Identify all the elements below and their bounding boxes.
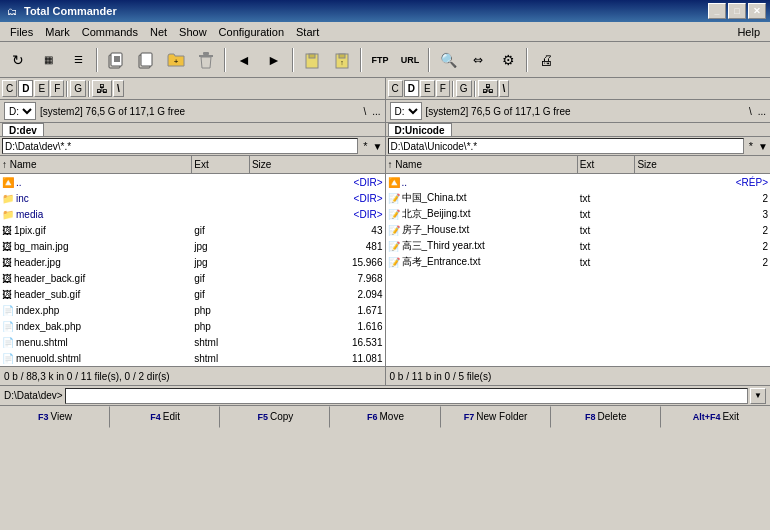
- left-path-input[interactable]: [2, 138, 358, 154]
- file-name-cell: 🖼header.jpg: [0, 257, 192, 268]
- fkey-f5[interactable]: F5 Copy: [220, 406, 330, 428]
- list-item[interactable]: 🔼..<RÉP>: [386, 174, 771, 190]
- file-size-cell: <RÉP>: [635, 177, 770, 188]
- right-path-input[interactable]: [388, 138, 744, 154]
- file-ext-cell: txt: [578, 209, 636, 220]
- menu-commands[interactable]: Commands: [76, 24, 144, 40]
- right-path-arrow[interactable]: ▼: [758, 141, 768, 152]
- menu-mark[interactable]: Mark: [39, 24, 75, 40]
- file-name: ..: [16, 177, 22, 188]
- fkey-f7[interactable]: F7 New Folder: [441, 406, 551, 428]
- list-item[interactable]: 📝中国_China.txttxt2: [386, 190, 771, 206]
- right-drive-dropdown[interactable]: D:: [390, 102, 422, 120]
- list-item[interactable]: 📝高三_Third year.txttxt2: [386, 238, 771, 254]
- menu-files[interactable]: Files: [4, 24, 39, 40]
- left-path-arrow[interactable]: ▼: [373, 141, 383, 152]
- right-drive-d[interactable]: D: [404, 80, 419, 97]
- left-col-size[interactable]: Size: [250, 156, 385, 173]
- list-item[interactable]: 📄index_bak.phpphp1.616: [0, 318, 385, 334]
- left-drive-e[interactable]: E: [34, 80, 49, 97]
- list-item[interactable]: 📝房子_House.txttxt2: [386, 222, 771, 238]
- detail-view-button[interactable]: ☰: [64, 46, 92, 74]
- file-name-cell: 🖼1pix.gif: [0, 225, 192, 236]
- list-item[interactable]: 🔼..<DIR>: [0, 174, 385, 190]
- sync-button[interactable]: ⇔: [464, 46, 492, 74]
- left-drive-backslash[interactable]: \: [113, 80, 124, 97]
- minimize-button[interactable]: _: [708, 3, 726, 19]
- left-drive-network[interactable]: 🖧: [92, 80, 112, 97]
- close-button[interactable]: ✕: [748, 3, 766, 19]
- left-path-bar: * ▼: [0, 136, 386, 156]
- left-drive-d[interactable]: D: [18, 80, 33, 97]
- right-col-size[interactable]: Size: [635, 156, 770, 173]
- list-item[interactable]: 📄index.phpphp1.671: [0, 302, 385, 318]
- fkey-f8[interactable]: F8 Delete: [551, 406, 661, 428]
- right-drive-network[interactable]: 🖧: [478, 80, 498, 97]
- left-col-name[interactable]: ↑ Name: [0, 156, 192, 173]
- forward-button[interactable]: ►: [260, 46, 288, 74]
- menu-start[interactable]: Start: [290, 24, 325, 40]
- menu-net[interactable]: Net: [144, 24, 173, 40]
- right-file-list[interactable]: 🔼..<RÉP>📝中国_China.txttxt2📝北京_Beijing.txt…: [386, 174, 771, 366]
- left-file-list[interactable]: 🔼..<DIR>📁inc<DIR>📁media<DIR>🖼1pix.gifgif…: [0, 174, 385, 366]
- fkey-altf4[interactable]: Alt+F4 Exit: [661, 406, 770, 428]
- file-size-cell: 2: [635, 193, 770, 204]
- find-button[interactable]: 🔍: [434, 46, 462, 74]
- menu-configuration[interactable]: Configuration: [213, 24, 290, 40]
- file-size-cell: 16.531: [250, 337, 385, 348]
- fkey-f6[interactable]: F6 Move: [330, 406, 440, 428]
- list-item[interactable]: 🖼1pix.gifgif43: [0, 222, 385, 238]
- list-item[interactable]: 📄menuold.shtmlshtml11.081: [0, 350, 385, 366]
- fkey-f4[interactable]: F4 Edit: [110, 406, 220, 428]
- right-drive-c[interactable]: C: [388, 80, 403, 97]
- left-drive-f[interactable]: F: [50, 80, 64, 97]
- left-path-asterisk[interactable]: *: [360, 140, 370, 152]
- refresh-button[interactable]: ↻: [4, 46, 32, 74]
- left-col-ext[interactable]: Ext: [192, 156, 250, 173]
- list-item[interactable]: 🖼header.jpgjpg15.966: [0, 254, 385, 270]
- fkey-f3[interactable]: F3 View: [0, 406, 110, 428]
- menu-show[interactable]: Show: [173, 24, 213, 40]
- url-button[interactable]: URL: [396, 46, 424, 74]
- list-item[interactable]: 🖼header_back.gifgif7.968: [0, 270, 385, 286]
- pack-button[interactable]: [298, 46, 326, 74]
- menu-help[interactable]: Help: [731, 24, 766, 40]
- list-item[interactable]: 🖼header_sub.gifgif2.094: [0, 286, 385, 302]
- right-drive-g[interactable]: G: [456, 80, 472, 97]
- new-folder-button[interactable]: +: [162, 46, 190, 74]
- copy-to-button[interactable]: [102, 46, 130, 74]
- status-bars: 0 b / 88,3 k in 0 / 11 file(s), 0 / 2 di…: [0, 366, 770, 385]
- ftp-button[interactable]: FTP: [366, 46, 394, 74]
- cmd-input[interactable]: [65, 388, 748, 404]
- list-item[interactable]: 📄menu.shtmlshtml16.531: [0, 334, 385, 350]
- left-drive-dropdown[interactable]: D:: [4, 102, 36, 120]
- file-size-cell: 3: [635, 209, 770, 220]
- left-drive-c[interactable]: C: [2, 80, 17, 97]
- right-tab-unicode[interactable]: D:Unicode: [388, 123, 452, 136]
- move-to-button[interactable]: [132, 46, 160, 74]
- print-button[interactable]: 🖨: [532, 46, 560, 74]
- delete-button[interactable]: [192, 46, 220, 74]
- maximize-button[interactable]: □: [728, 3, 746, 19]
- list-item[interactable]: 📝北京_Beijing.txttxt3: [386, 206, 771, 222]
- left-tab-dev[interactable]: D:dev: [2, 123, 44, 136]
- cmd-arrow-button[interactable]: ▼: [750, 388, 766, 404]
- right-path-asterisk[interactable]: *: [746, 140, 756, 152]
- file-icon: 📁: [2, 209, 14, 220]
- file-name: header_sub.gif: [14, 289, 80, 300]
- list-item[interactable]: 📝高考_Entrance.txttxt2: [386, 254, 771, 270]
- left-drive-g[interactable]: G: [70, 80, 86, 97]
- right-col-name[interactable]: ↑ Name: [386, 156, 578, 173]
- right-drive-e[interactable]: E: [420, 80, 435, 97]
- list-item[interactable]: 📁inc<DIR>: [0, 190, 385, 206]
- right-drive-f[interactable]: F: [436, 80, 450, 97]
- back-button[interactable]: ◄: [230, 46, 258, 74]
- unpack-button[interactable]: ↑: [328, 46, 356, 74]
- list-item[interactable]: 🖼bg_main.jpgjpg481: [0, 238, 385, 254]
- right-col-ext[interactable]: Ext: [578, 156, 636, 173]
- config-button[interactable]: ⚙: [494, 46, 522, 74]
- right-drive-backslash[interactable]: \: [499, 80, 510, 97]
- file-name-cell: 📁media: [0, 209, 192, 220]
- brief-view-button[interactable]: ▦: [34, 46, 62, 74]
- list-item[interactable]: 📁media<DIR>: [0, 206, 385, 222]
